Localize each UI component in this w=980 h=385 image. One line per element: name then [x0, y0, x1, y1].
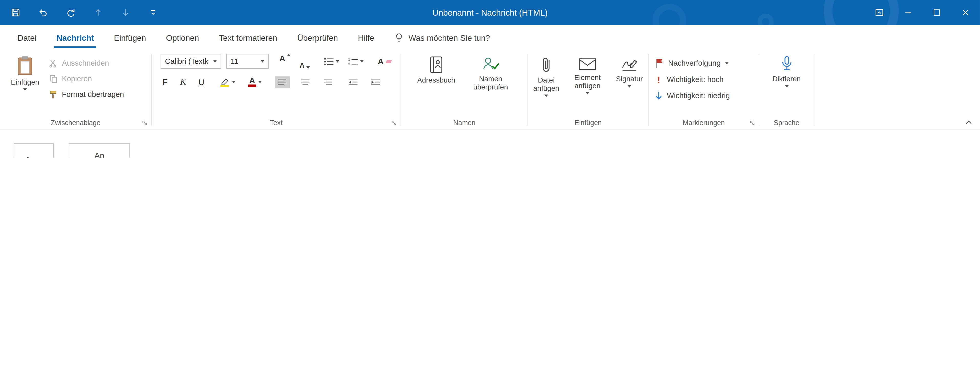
tab-text-formatieren[interactable]: Text formatieren	[209, 25, 287, 50]
envelope-icon	[578, 56, 597, 72]
tell-me-label: Was möchten Sie tun?	[409, 33, 490, 42]
highlighter-icon	[220, 77, 230, 87]
tab-nachricht[interactable]: Nachricht	[46, 25, 104, 50]
decrease-indent-button[interactable]	[346, 75, 360, 90]
underline-button[interactable]: U	[197, 75, 206, 90]
outlook-compose-window: Unbenannt - Nachricht (HTML) Datei Nachr…	[0, 0, 980, 158]
paintbrush-icon	[49, 90, 57, 98]
tell-me-box[interactable]: Was möchten Sie tun?	[394, 32, 490, 43]
paste-button[interactable]: Einfügen	[8, 54, 43, 116]
check-names-button[interactable]: Namen überprüfen	[465, 54, 516, 116]
clipboard-dialog-launcher-icon[interactable]	[142, 120, 148, 126]
address-book-label: Adressbuch	[417, 77, 455, 85]
copy-label: Kopieren	[62, 74, 92, 83]
dropdown-caret-icon	[258, 81, 262, 83]
minimize-icon[interactable]	[894, 0, 923, 25]
scissors-icon	[49, 58, 57, 67]
group-label-markierungen: Markierungen	[683, 119, 725, 126]
customize-quick-access-icon[interactable]	[147, 6, 159, 19]
numbered-list-icon: 12	[348, 57, 358, 65]
importance-high-label: Wichtigkeit: hoch	[667, 75, 724, 84]
dropdown-caret-icon	[725, 62, 729, 65]
svg-text:2: 2	[348, 62, 350, 65]
person-check-icon	[481, 56, 500, 73]
attach-item-label-line1: Element	[574, 74, 601, 82]
font-name-value: Calibri (Textk	[165, 57, 210, 65]
importance-high-button[interactable]: ! Wichtigkeit: hoch	[649, 71, 759, 88]
previous-item-icon	[92, 6, 105, 19]
ribbon-tab-bar: Datei Nachricht Einfügen Optionen Text f…	[0, 25, 980, 50]
to-button[interactable]: An	[69, 143, 130, 158]
address-book-button[interactable]: Adressbuch	[412, 54, 460, 116]
attach-item-label-line2: anfügen	[574, 82, 601, 90]
ribbon-display-options-icon[interactable]	[865, 0, 894, 25]
grow-font-button[interactable]: A	[277, 54, 293, 69]
importance-low-label: Wichtigkeit: niedrig	[667, 91, 730, 100]
copy-button: Kopieren	[46, 71, 126, 86]
caret-up-icon	[287, 54, 291, 56]
bold-button[interactable]: F	[161, 75, 169, 90]
dropdown-caret-icon	[627, 85, 631, 88]
cut-button: Ausschneiden	[46, 55, 126, 71]
group-label-zwischenablage: Zwischenablage	[51, 119, 100, 126]
quick-access-toolbar	[0, 6, 159, 19]
font-size-combo[interactable]: 11	[226, 54, 269, 69]
tab-hilfe[interactable]: Hilfe	[348, 25, 384, 50]
microphone-icon	[780, 56, 793, 73]
tab-optionen[interactable]: Optionen	[156, 25, 209, 50]
clear-formatting-letter: A	[378, 57, 383, 66]
follow-up-button[interactable]: Nachverfolgung	[649, 55, 759, 71]
align-right-button[interactable]	[321, 75, 335, 90]
close-icon[interactable]	[951, 0, 980, 25]
dropdown-caret-icon	[785, 85, 789, 88]
align-center-icon	[301, 78, 310, 86]
align-left-button[interactable]	[275, 76, 290, 88]
format-painter-button[interactable]: Format übertragen	[46, 86, 126, 102]
save-icon[interactable]	[10, 6, 22, 19]
maximize-icon[interactable]	[923, 0, 951, 25]
window-controls	[865, 0, 980, 25]
redo-icon[interactable]	[64, 6, 77, 19]
dictate-button[interactable]: Diktieren	[767, 54, 807, 116]
dropdown-caret-icon	[232, 81, 236, 83]
undo-icon[interactable]	[37, 6, 49, 19]
clear-formatting-button[interactable]: A	[376, 54, 393, 69]
attach-file-button[interactable]: Datei anfügen	[529, 54, 564, 116]
shrink-font-letter: A	[299, 61, 304, 69]
dropdown-caret-icon	[23, 88, 27, 91]
next-item-icon	[119, 6, 132, 19]
tab-einfuegen[interactable]: Einfügen	[104, 25, 156, 50]
numbering-button[interactable]: 12	[346, 54, 366, 69]
exclamation-icon: !	[655, 74, 662, 85]
tab-ueberpruefen[interactable]: Überprüfen	[287, 25, 348, 50]
italic-button[interactable]: K	[178, 75, 188, 90]
align-center-button[interactable]	[299, 75, 313, 90]
highlight-color-button[interactable]	[218, 75, 237, 90]
align-right-icon	[323, 78, 333, 86]
increase-indent-icon	[371, 78, 381, 86]
font-color-button[interactable]: A	[246, 75, 264, 90]
group-sprache: Diktieren Sprache	[759, 50, 814, 129]
caret-down-icon	[307, 66, 310, 69]
text-dialog-launcher-icon[interactable]	[391, 120, 397, 126]
increase-indent-button[interactable]	[369, 75, 382, 90]
collapse-ribbon-icon[interactable]	[965, 120, 972, 125]
group-label-text: Text	[270, 119, 282, 126]
tab-datei[interactable]: Datei	[8, 25, 46, 50]
check-names-label-line1: Namen	[479, 75, 502, 83]
bullets-button[interactable]	[322, 54, 342, 69]
group-label-namen: Namen	[453, 119, 476, 126]
importance-low-button[interactable]: Wichtigkeit: niedrig	[649, 88, 759, 104]
clipboard-icon	[16, 56, 33, 77]
font-color-letter: A	[249, 77, 255, 84]
shrink-font-button[interactable]: A	[298, 54, 312, 69]
tags-dialog-launcher-icon[interactable]	[749, 120, 756, 126]
group-namen: Adressbuch Namen überprüfen Namen	[401, 50, 527, 129]
to-field[interactable]	[139, 143, 966, 158]
font-name-combo[interactable]: Calibri (Textk	[161, 54, 221, 69]
send-button[interactable]: Senden	[14, 143, 54, 158]
signature-button[interactable]: Signatur	[611, 54, 648, 116]
dictate-label: Diktieren	[772, 75, 801, 83]
attach-item-button[interactable]: Element anfügen	[568, 54, 608, 116]
format-painter-label: Format übertragen	[62, 90, 124, 98]
